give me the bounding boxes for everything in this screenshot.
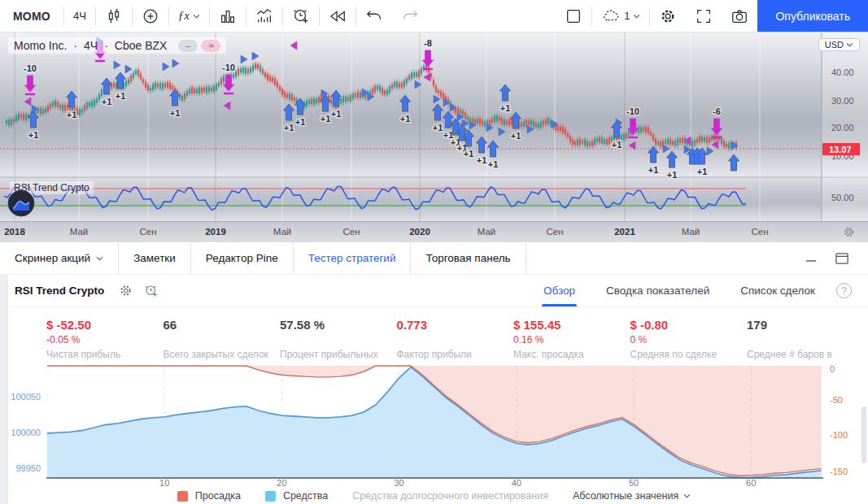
publish-button[interactable]: Опубликовать	[757, 0, 868, 32]
price-axis[interactable]: 40.0030.0020.0010.0050.0013.07	[822, 33, 868, 221]
symbol-button[interactable]: MOMO	[0, 0, 63, 32]
time-axis[interactable]: 2018МайСен2019МайСен2020МайСен2021МайСен	[0, 221, 868, 242]
tab-strategy-tester[interactable]: Тестер стратегий	[294, 242, 412, 274]
svg-text:20: 20	[277, 478, 286, 488]
maximize-panel-button[interactable]	[827, 247, 857, 270]
stat-sub: -0.05 %	[46, 334, 164, 348]
svg-text:+1: +1	[433, 123, 443, 133]
snapshot-button[interactable]	[722, 0, 757, 32]
legend-pills: – ≈	[178, 40, 220, 52]
layout-button[interactable]	[556, 0, 591, 32]
settings-button[interactable]	[650, 0, 686, 32]
stat-sub: 0 %	[630, 334, 748, 348]
templates-button[interactable]	[246, 0, 282, 32]
svg-text:-10: -10	[626, 106, 639, 116]
hide-indicator-pill[interactable]: –	[178, 40, 198, 52]
minimize-panel-button[interactable]	[798, 248, 824, 269]
currency-label: USD	[825, 40, 844, 50]
cloud-layouts-button[interactable]: 1	[592, 0, 649, 32]
chevron-down-icon	[633, 14, 640, 19]
strategy-tester-header: RSI Trend Crypto Обзор Сводка показателе…	[0, 275, 868, 307]
chart-style-button[interactable]	[96, 0, 132, 32]
svg-text:20.00: 20.00	[831, 123, 854, 133]
indicator-template-icon	[255, 7, 273, 25]
compare-button[interactable]	[133, 0, 168, 32]
svg-text:50.00: 50.00	[831, 193, 854, 202]
tester-tabs: Обзор Сводка показателей Список сделок	[543, 275, 815, 306]
legend-interval: 4Ч	[84, 39, 98, 52]
equity-chart[interactable]: 102030405060100050100000999500-50-100-15…	[0, 362, 868, 488]
stat-percent-profitable: 57.58 % Процент прибыльных	[280, 318, 397, 362]
svg-text:-6: -6	[713, 106, 721, 116]
svg-text:-100: -100	[830, 430, 848, 440]
tab-overview[interactable]: Обзор	[543, 275, 575, 306]
camera-icon	[731, 7, 748, 25]
legend-buy-hold[interactable]: Средства долгосрочного инвестирования	[352, 490, 548, 502]
fullscreen-button[interactable]	[686, 0, 722, 32]
replay-button[interactable]	[320, 0, 355, 32]
chart-legend[interactable]: Momo Inc. · 4Ч · Cboe BZX – ≈	[8, 37, 226, 54]
scrollbar-thumb[interactable]	[861, 406, 866, 463]
main-price-chart[interactable]: +1+1+1+1+1+1+1+1+1+1+1+1+1+1+1+1+1+1+1+1…	[0, 33, 868, 221]
chevron-down-icon	[193, 14, 200, 19]
rewind-icon	[329, 7, 347, 25]
svg-text:30.00: 30.00	[831, 96, 854, 106]
legend-drawdown[interactable]: Просадка	[177, 490, 241, 502]
tab-trading-panel[interactable]: Торговая панель	[411, 242, 526, 274]
svg-text:+1: +1	[477, 155, 487, 165]
similar-pill[interactable]: ≈	[201, 40, 220, 52]
interval-button[interactable]: 4Ч	[64, 0, 95, 32]
svg-text:40.00: 40.00	[831, 67, 854, 77]
stats-row: $ -52.50 -0.05 % Чистая прибыль 66 Всего…	[0, 307, 868, 362]
stat-max-drawdown: $ 155.45 0.16 % Макс. просадка	[513, 318, 630, 362]
time-tick: Сен	[751, 227, 768, 237]
equity-legend: Просадка Средства Средства долгосрочного…	[0, 488, 868, 504]
tab-list-of-trades[interactable]: Список сделок	[740, 275, 815, 306]
chart-area[interactable]: +1+1+1+1+1+1+1+1+1+1+1+1+1+1+1+1+1+1+1+1…	[0, 33, 868, 221]
legend-equity[interactable]: Средства	[265, 490, 328, 502]
currency-selector[interactable]: USD	[818, 38, 860, 51]
stat-value: 0.773	[397, 318, 514, 332]
redo-icon	[401, 7, 419, 25]
tradingview-logo[interactable]	[7, 189, 35, 220]
svg-text:+1: +1	[400, 114, 411, 124]
alarm-clock-plus-icon	[292, 7, 310, 25]
svg-text:-50: -50	[830, 395, 843, 405]
legend-label: Просадка	[195, 490, 241, 502]
stat-label: Процент прибыльных	[280, 349, 397, 360]
svg-text:0: 0	[830, 364, 835, 374]
indicators-button[interactable]: ƒx	[169, 0, 209, 32]
undo-button[interactable]	[356, 0, 392, 32]
svg-text:-10: -10	[222, 63, 235, 72]
stat-label: Всего закрытых сделок	[164, 349, 281, 360]
svg-text:+1: +1	[102, 97, 112, 106]
tab-label: Тестер стратегий	[308, 252, 396, 264]
svg-text:+1: +1	[331, 109, 342, 119]
redo-button[interactable]	[392, 0, 428, 32]
svg-text:10: 10	[159, 478, 169, 488]
legend-symbol-name: Momo Inc.	[14, 39, 67, 52]
help-button[interactable]: ?	[836, 283, 852, 298]
time-tick: 2019	[205, 227, 226, 237]
strategy-alert-button[interactable]	[144, 284, 159, 298]
svg-text:50: 50	[629, 478, 639, 488]
axis-settings-icon[interactable]	[843, 226, 855, 241]
time-tick: 2021	[614, 227, 635, 237]
tab-performance-summary[interactable]: Сводка показателей	[606, 275, 709, 306]
equity-drawdown-chart[interactable]: 102030405060100050100000999500-50-100-15…	[0, 362, 868, 488]
fundamentals-button[interactable]	[210, 0, 246, 32]
tab-stock-screener[interactable]: Скринер акций	[0, 242, 119, 274]
tab-notes[interactable]: Заметки	[119, 242, 191, 274]
alert-button[interactable]	[283, 0, 319, 32]
gear-icon	[659, 7, 677, 25]
tab-label: Скринер акций	[15, 252, 90, 264]
time-tick: 2018	[4, 227, 25, 237]
tab-pine-editor[interactable]: Редактор Pine	[191, 242, 294, 274]
values-mode-dropdown[interactable]: Абсолютные значения	[573, 490, 691, 502]
top-toolbar: MOMO 4Ч ƒx	[0, 0, 868, 33]
equity-swatch	[265, 491, 276, 502]
svg-text:+1: +1	[321, 114, 331, 124]
undo-icon	[365, 7, 383, 25]
legend-sep: ·	[73, 39, 77, 52]
strategy-settings-button[interactable]	[119, 284, 133, 298]
